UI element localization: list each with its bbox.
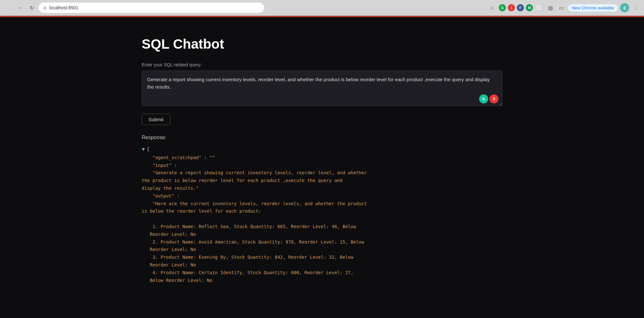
address-text: localhost:8501 (49, 5, 78, 10)
forward-button[interactable]: → (15, 3, 24, 12)
sidebar-button[interactable]: ▭ (557, 3, 566, 12)
page-content: SQL Chatbot Enter your SQL-related query… (129, 17, 515, 297)
response-toggle[interactable]: { (142, 146, 149, 153)
ext-1-icon[interactable]: 1 (508, 4, 515, 11)
ext-m-icon[interactable]: M (526, 4, 533, 11)
address-bar[interactable]: ⊙ localhost:8501 (39, 3, 264, 13)
query-textarea-wrapper: G 3 (142, 71, 502, 107)
ext-f-icon[interactable]: F (517, 4, 524, 11)
query-label: Enter your SQL-related query: (142, 62, 502, 67)
page-title: SQL Chatbot (142, 36, 502, 52)
query-textarea[interactable] (142, 71, 502, 106)
response-block: { "agent_scratchpad" : "" "input" : "Gen… (142, 146, 502, 284)
triangle-down-icon (142, 148, 145, 151)
textarea-icons: G 3 (479, 94, 498, 103)
ext-g-icon[interactable]: G (499, 4, 506, 11)
new-chrome-button[interactable]: New Chrome available (568, 4, 618, 12)
browser-actions: ☆ G 1 F M ⬜ ▤ ▭ New Chrome available E ⋮ (488, 3, 640, 12)
cast-button[interactable]: ▤ (546, 3, 555, 12)
grammarly-icon: G (479, 94, 488, 103)
grammarly-badge: 3 (489, 94, 498, 103)
profile-button[interactable]: E (620, 3, 629, 12)
lock-icon: ⊙ (43, 5, 47, 10)
menu-button[interactable]: ⋮ (631, 3, 640, 12)
back-button[interactable]: ← (4, 3, 13, 12)
submit-button[interactable]: Submit (142, 114, 170, 125)
response-content: "agent_scratchpad" : "" "input" : "Gener… (142, 154, 502, 284)
extensions-button[interactable]: ⬜ (535, 3, 544, 12)
bookmark-button[interactable]: ☆ (488, 3, 497, 12)
json-open-brace: { (147, 146, 149, 153)
response-label: Response: (142, 135, 502, 140)
browser-chrome: ← → ↻ ⊙ localhost:8501 ☆ G 1 F M ⬜ ▤ ▭ N… (0, 0, 644, 16)
reload-button[interactable]: ↻ (27, 3, 36, 12)
